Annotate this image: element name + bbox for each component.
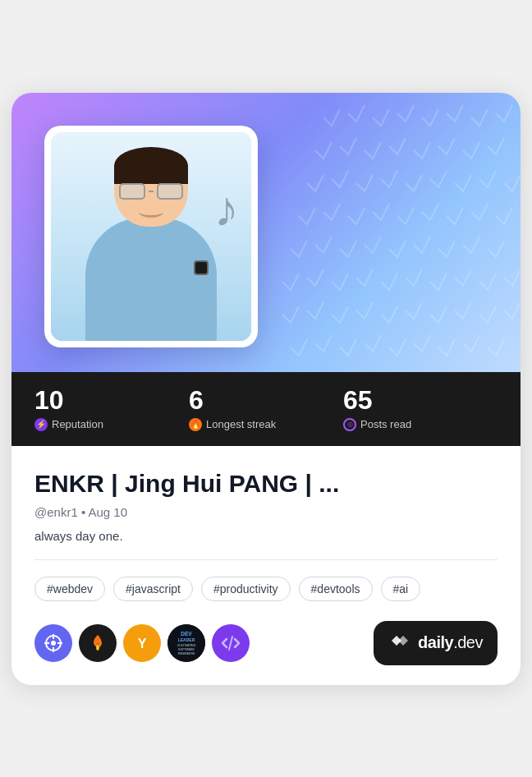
svg-text:DEV: DEV [181, 631, 192, 637]
stat-streak: 6 🔥 Longest streak [189, 387, 343, 431]
profile-card: ♪ 10 ⚡ Reputation 6 🔥 Longest streak 65 … [11, 93, 521, 685]
badge-flame [79, 624, 117, 662]
flame-icon: 🔥 [189, 418, 202, 431]
tag-javascript[interactable]: #javascript [113, 577, 193, 601]
svg-point-1 [51, 641, 56, 646]
profile-date: Aug 10 [89, 505, 128, 519]
profile-footer: Y DEV LEADER CULTIVATING SOFTWARE ENGINE… [34, 621, 498, 665]
avatar-container: ♪ [44, 126, 258, 347]
svg-text:Y: Y [138, 637, 147, 651]
streak-value: 6 [189, 387, 343, 413]
meta-separator: • [81, 505, 89, 519]
badge-dev-leader: DEV LEADER CULTIVATING SOFTWARE ENGINEER… [167, 624, 205, 662]
badge-crosshair [34, 624, 72, 662]
svg-rect-8 [167, 624, 205, 662]
tags-list: #webdev #javascript #productivity #devto… [34, 577, 498, 601]
tag-productivity[interactable]: #productivity [201, 577, 291, 601]
profile-bio: always day one. [34, 529, 498, 543]
tag-ai[interactable]: #ai [381, 577, 421, 601]
badge-code [212, 624, 250, 662]
profile-name: ENKR | Jing Hui PANG | ... [34, 469, 498, 499]
reputation-label: ⚡ Reputation [34, 418, 189, 431]
tag-devtools[interactable]: #devtools [299, 577, 373, 601]
daily-dev-icon [388, 629, 411, 657]
brand-name: daily.dev [418, 633, 483, 652]
profile-meta: @enkr1 • Aug 10 [34, 505, 498, 519]
stat-reputation: 10 ⚡ Reputation [34, 387, 189, 431]
svg-text:LEADER: LEADER [178, 637, 195, 642]
profile-content: ENKR | Jing Hui PANG | ... @enkr1 • Aug … [11, 446, 521, 685]
avatar: ♪ [51, 132, 251, 341]
hero-section: ♪ [11, 93, 521, 372]
posts-label: ◎ Posts read [343, 418, 498, 431]
reputation-value: 10 [34, 387, 189, 413]
brand-logo: daily.dev [374, 621, 498, 665]
ring-icon: ◎ [343, 418, 356, 431]
streak-label: 🔥 Longest streak [189, 418, 343, 431]
svg-text:ENGINEERS: ENGINEERS [178, 652, 195, 655]
tag-webdev[interactable]: #webdev [34, 577, 105, 601]
stat-posts: 65 ◎ Posts read [343, 387, 498, 431]
bolt-icon: ⚡ [34, 418, 48, 431]
stats-bar: 10 ⚡ Reputation 6 🔥 Longest streak 65 ◎ … [11, 372, 521, 446]
svg-text:CULTIVATING: CULTIVATING [177, 644, 196, 647]
content-divider [34, 559, 498, 560]
badges-list: Y DEV LEADER CULTIVATING SOFTWARE ENGINE… [34, 624, 250, 662]
profile-handle: @enkr1 [34, 505, 78, 519]
badge-y: Y [123, 624, 161, 662]
posts-value: 65 [343, 387, 498, 413]
svg-text:SOFTWARE: SOFTWARE [178, 648, 195, 651]
